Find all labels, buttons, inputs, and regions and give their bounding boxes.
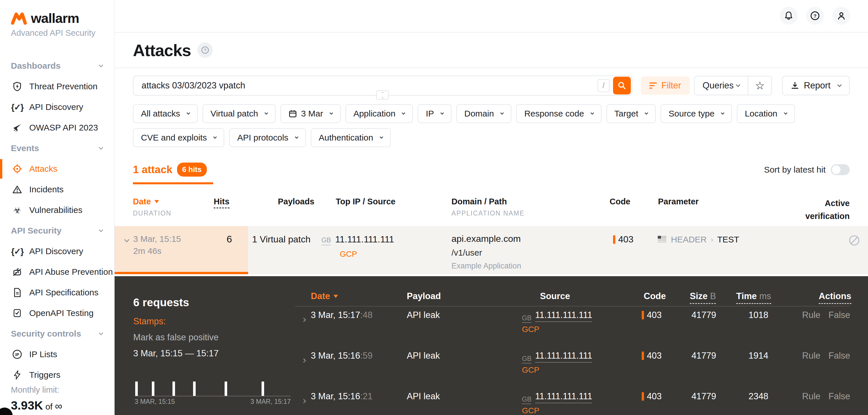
chip-application[interactable]: Application [345, 104, 413, 123]
action-rule-link[interactable]: Rule [802, 391, 820, 402]
queries-group: Queries ☆ [694, 76, 772, 95]
code-status-bar [613, 235, 615, 244]
sidebar-item-triggers[interactable]: Triggers [0, 365, 114, 385]
search-button[interactable] [613, 77, 631, 95]
search-toolbar: / ⌃ ⌃ Filter Queries ☆ Repor [133, 75, 850, 96]
column-duration: DURATION [133, 209, 171, 217]
requests-column-code: Code [644, 291, 666, 301]
filter-button[interactable]: Filter [641, 76, 690, 95]
chevron-up-icon: ⌃ [381, 92, 384, 95]
sidebar: wallarm Advanced API Security Dashboards… [0, 0, 115, 415]
sidebar-item-incidents[interactable]: Incidents [0, 179, 114, 200]
header-param-icon [658, 236, 667, 243]
search-input[interactable] [133, 80, 597, 91]
report-button[interactable]: Report [782, 76, 850, 95]
sidebar-section-events[interactable]: Events [0, 138, 114, 159]
action-rule-link[interactable]: Rule [802, 310, 820, 320]
sidebar-item-ip-lists[interactable]: IP IP Lists [0, 344, 114, 365]
sidebar-item-threat-prevention[interactable]: Threat Prevention [0, 76, 114, 97]
action-false-link[interactable]: False [829, 310, 850, 320]
column-date[interactable]: Date [133, 197, 159, 206]
favorite-button[interactable]: ☆ [748, 76, 771, 95]
attack-ip-link[interactable]: 11.111.111.111 [335, 234, 394, 245]
request-ip-link[interactable]: 11.111.111.111 [535, 310, 592, 322]
column-active-verification: Active verification [784, 197, 850, 223]
monthly-limit: Monthly limit: 3.93K of ∞ [0, 385, 114, 415]
chevron-down-icon [784, 111, 787, 115]
chip-all-attacks[interactable]: All attacks [133, 104, 198, 123]
collapse-row-button[interactable] [122, 238, 129, 243]
request-ip-link[interactable]: 11.111.111.111 [535, 351, 592, 362]
warning-triangle-icon [11, 185, 23, 194]
sidebar-section-dashboards[interactable]: Dashboards [0, 56, 114, 76]
hits-badge: 6 hits [177, 163, 207, 177]
request-row[interactable]: 3 Mar, 15:16:59 API leak GB 11.111.111.1… [295, 351, 849, 391]
sort-by-latest-hit-toggle[interactable] [831, 164, 850, 175]
sidebar-item-owasp-api[interactable]: OWASP API 2023 [0, 117, 114, 138]
expand-request-button[interactable] [299, 354, 305, 364]
source-tag-gcp[interactable]: GCP [522, 406, 539, 415]
chevron-down-icon [721, 111, 724, 115]
toggle-knob [832, 165, 840, 174]
chip-response-code[interactable]: Response code [516, 104, 601, 123]
lightning-icon [11, 370, 23, 380]
queries-button[interactable]: Queries [695, 76, 748, 95]
bot-slash-icon [11, 267, 23, 276]
requests-column-actions[interactable]: Actions [819, 291, 851, 304]
expand-request-button[interactable] [299, 395, 305, 405]
chevron-down-icon [402, 111, 406, 115]
column-top-ip-source: Top IP / Source [336, 197, 395, 206]
download-icon [790, 81, 799, 90]
sidebar-section-security-controls[interactable]: Security controls [0, 323, 114, 344]
request-row[interactable]: 3 Mar, 15:16:21 API leak GB 11.111.111.1… [295, 391, 849, 415]
request-row[interactable]: 3 Mar, 15:17:48 API leak GB 11.111.111.1… [295, 310, 849, 351]
sidebar-item-api-discovery-dash[interactable]: {✓} API Discovery [0, 97, 114, 117]
requests-column-date[interactable]: Date [311, 291, 338, 301]
mark-false-positive-link[interactable]: Mark as false positive [133, 332, 219, 343]
chip-location[interactable]: Location [737, 104, 795, 123]
sidebar-item-api-discovery[interactable]: {✓} API Discovery [0, 241, 114, 262]
calendar-icon [288, 109, 297, 118]
requests-column-payload: Payload [407, 291, 441, 301]
chip-api-protocols[interactable]: API protocols [229, 128, 306, 147]
chip-authentication[interactable]: Authentication [311, 128, 391, 147]
biohazard-icon: ☣ [11, 205, 23, 215]
help-button[interactable]: ? [806, 7, 824, 25]
requests-column-time[interactable]: Time ms [736, 291, 771, 304]
chevron-down-icon [837, 82, 842, 87]
source-tag-gcp[interactable]: GCP [340, 250, 357, 259]
sidebar-item-vulnerabilities[interactable]: ☣ Vulnerabilities [0, 200, 114, 220]
sidebar-item-openapi-testing[interactable]: OpenAPI Testing [0, 303, 114, 323]
chip-target[interactable]: Target [607, 104, 656, 123]
chip-source-type[interactable]: Source type [660, 104, 732, 123]
chip-date[interactable]: 3 Mar [280, 104, 341, 123]
notifications-button[interactable] [780, 7, 798, 25]
chip-cve-exploits[interactable]: CVE and exploits [133, 128, 224, 147]
chip-ip[interactable]: IP [418, 104, 451, 123]
account-button[interactable] [833, 7, 850, 25]
chip-virtual-patch[interactable]: Virtual patch [203, 104, 276, 123]
braces-check-icon: {✓} [11, 246, 23, 256]
attacks-count-tab[interactable]: 1 attack 6 hits [133, 163, 207, 177]
request-ip-link[interactable]: 11.111.111.111 [535, 391, 592, 403]
sidebar-item-api-specifications[interactable]: API Specifications [0, 282, 114, 303]
sidebar-item-api-abuse-prevention[interactable]: API Abuse Prevention [0, 262, 114, 282]
search-expand-handle[interactable]: ⌃ ⌃ [376, 91, 389, 100]
requests-column-size[interactable]: Size B [690, 291, 716, 304]
action-rule-link[interactable]: Rule [802, 351, 820, 361]
sidebar-section-api-security[interactable]: API Security [0, 220, 114, 241]
sidebar-item-attacks[interactable]: Attacks [0, 159, 114, 179]
chip-domain[interactable]: Domain [456, 104, 512, 123]
source-tag-gcp[interactable]: GCP [522, 366, 539, 375]
action-false-link[interactable]: False [829, 351, 850, 361]
source-tag-gcp[interactable]: GCP [522, 325, 539, 334]
topbar: ? [115, 0, 868, 33]
expand-request-button[interactable] [299, 313, 305, 324]
action-false-link[interactable]: False [829, 391, 850, 402]
requests-panel: 6 requests Stamps: Mark as false positiv… [115, 276, 868, 415]
attack-row[interactable]: 3 Mar, 15:15 2m 46s 6 1 Virtual patch GB… [115, 226, 868, 274]
page-help-button[interactable]: ? [197, 42, 213, 58]
column-hits[interactable]: Hits [214, 197, 229, 206]
request-response-code: 403 [642, 310, 662, 320]
attack-path: /v1/user [452, 248, 482, 257]
